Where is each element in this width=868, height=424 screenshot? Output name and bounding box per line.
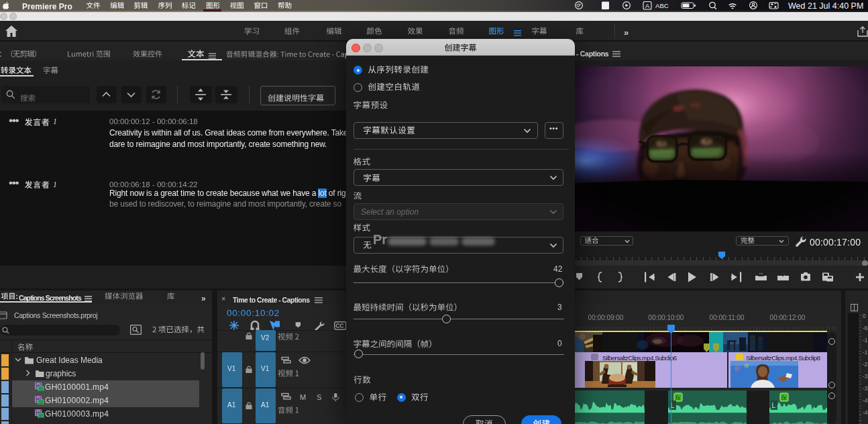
svg-text:L: L bbox=[772, 402, 776, 409]
svg-text:S: S bbox=[317, 393, 321, 401]
svg-text:fx: fx bbox=[781, 394, 787, 401]
svg-text:M: M bbox=[300, 393, 306, 401]
svg-text:fx: fx bbox=[675, 394, 681, 401]
svg-text:ABC: ABC bbox=[655, 2, 669, 9]
svg-text:A: A bbox=[645, 3, 649, 9]
svg-text:Wed 21 Jul 4:40 PM: Wed 21 Jul 4:40 PM bbox=[788, 1, 863, 10]
